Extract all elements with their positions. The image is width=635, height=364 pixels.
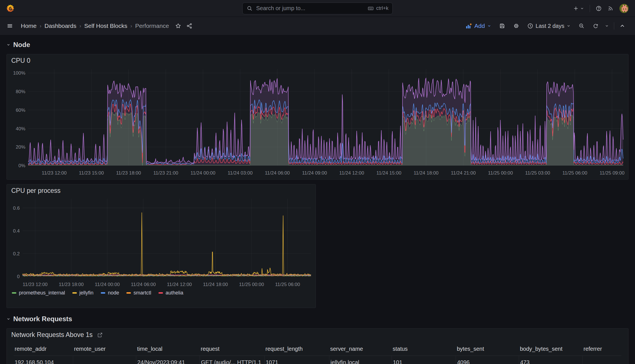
svg-text:11/25 00:00: 11/25 00:00 bbox=[239, 282, 264, 287]
panel-title-cpu0[interactable]: CPU 0 bbox=[7, 54, 628, 65]
table-header-cell[interactable]: server_name bbox=[329, 342, 392, 356]
svg-text:60%: 60% bbox=[16, 108, 25, 113]
svg-text:11/24 03:00: 11/24 03:00 bbox=[228, 170, 253, 176]
share-button[interactable] bbox=[186, 23, 193, 29]
svg-text:11/25 06:00: 11/25 06:00 bbox=[275, 282, 300, 287]
panel-title-cpu-per-process[interactable]: CPU per process bbox=[7, 184, 316, 195]
breadcrumb-self-host-blocks[interactable]: Self Host Blocks bbox=[84, 23, 127, 29]
avatar bbox=[619, 4, 629, 13]
keyboard-icon bbox=[368, 5, 374, 12]
refresh-icon bbox=[592, 23, 599, 29]
panel-title-network-requests[interactable]: Network Requests Above 1s bbox=[7, 329, 628, 340]
search-input[interactable] bbox=[256, 5, 365, 12]
legend-item[interactable]: node bbox=[101, 290, 119, 296]
svg-text:0.6: 0.6 bbox=[13, 206, 20, 211]
table-header-cell[interactable]: body_bytes_sent bbox=[519, 342, 582, 356]
settings-button[interactable] bbox=[510, 21, 522, 31]
chevron-down-icon bbox=[605, 24, 609, 28]
table-header-cell[interactable]: request_length bbox=[264, 342, 329, 356]
table-cell: 24/Nov/2023:09:41 bbox=[136, 356, 200, 364]
gear-icon bbox=[513, 23, 519, 29]
news-button[interactable] bbox=[607, 5, 614, 12]
external-link-icon[interactable] bbox=[97, 332, 103, 338]
refresh-button[interactable] bbox=[590, 21, 602, 31]
legend-item[interactable]: authelia bbox=[158, 290, 183, 296]
svg-text:11/23 18:00: 11/23 18:00 bbox=[116, 170, 141, 176]
dashboard-actions bbox=[175, 23, 193, 29]
legend-swatch bbox=[12, 292, 16, 294]
plus-icon bbox=[573, 5, 579, 12]
svg-text:11/24 21:00: 11/24 21:00 bbox=[451, 170, 476, 176]
legend-label: authelia bbox=[166, 290, 183, 296]
add-panel-icon bbox=[465, 23, 472, 29]
table-header-cell[interactable]: bytes_sent bbox=[456, 342, 519, 356]
breadcrumb-home[interactable]: Home bbox=[21, 23, 37, 29]
svg-text:11/24 12:00: 11/24 12:00 bbox=[167, 282, 192, 287]
legend-label: prometheus_internal bbox=[19, 290, 65, 296]
new-menu-button[interactable] bbox=[573, 5, 584, 12]
breadcrumb-separator: › bbox=[79, 23, 81, 29]
zoom-out-button[interactable] bbox=[576, 21, 587, 31]
profile-button[interactable] bbox=[619, 4, 629, 13]
svg-text:11/24 09:00: 11/24 09:00 bbox=[302, 170, 327, 176]
svg-text:11/24 15:00: 11/24 15:00 bbox=[376, 170, 401, 176]
grafana-logo[interactable] bbox=[6, 4, 15, 13]
svg-text:0%: 0% bbox=[18, 163, 25, 168]
section-title-network: Network Requests bbox=[13, 315, 72, 323]
add-label: Add bbox=[474, 23, 485, 29]
svg-text:0.4: 0.4 bbox=[13, 228, 20, 234]
table-header-cell[interactable]: remote_addr bbox=[14, 342, 73, 356]
breadcrumb-dashboards[interactable]: Dashboards bbox=[44, 23, 76, 29]
star-button[interactable] bbox=[175, 23, 181, 29]
svg-text:100%: 100% bbox=[13, 70, 25, 76]
save-button[interactable] bbox=[496, 21, 508, 31]
table-cell bbox=[582, 356, 621, 364]
svg-text:11/24 06:00: 11/24 06:00 bbox=[131, 282, 156, 287]
cpu-per-process-legend: prometheus_internaljellyfinnodesmartctla… bbox=[7, 289, 316, 297]
chevron-down-icon bbox=[567, 24, 571, 28]
network-requests-table: remote_addrremote_usertime_localrequestr… bbox=[14, 342, 621, 364]
table-header-cell[interactable]: status bbox=[392, 342, 456, 356]
time-range-label: Last 2 days bbox=[536, 23, 564, 29]
section-row-network[interactable]: Network Requests bbox=[6, 313, 629, 325]
svg-text:40%: 40% bbox=[16, 126, 25, 131]
top-nav-right bbox=[573, 4, 629, 13]
svg-text:11/25 09:00: 11/25 09:00 bbox=[600, 170, 625, 176]
rss-icon bbox=[607, 5, 614, 12]
table-header-cell[interactable]: request bbox=[200, 342, 264, 356]
save-icon bbox=[499, 23, 505, 29]
refresh-interval-button[interactable] bbox=[602, 22, 612, 30]
legend-swatch bbox=[158, 292, 163, 294]
chevron-down-icon bbox=[6, 317, 10, 321]
svg-text:11/23 12:00: 11/23 12:00 bbox=[42, 170, 67, 176]
share-icon bbox=[186, 23, 193, 29]
table-body: 192.168.50.10424/Nov/2023:09:41GET /audi… bbox=[14, 356, 621, 364]
legend-label: smartctl bbox=[133, 290, 151, 296]
table-cell: jellyfin.local bbox=[329, 356, 392, 364]
legend-item[interactable]: prometheus_internal bbox=[12, 290, 65, 296]
svg-text:11/25 00:00: 11/25 00:00 bbox=[488, 170, 513, 176]
chevron-down-icon bbox=[6, 43, 10, 47]
add-button[interactable]: Add bbox=[462, 20, 494, 32]
legend-label: node bbox=[108, 290, 119, 296]
collapse-toolbar-button[interactable] bbox=[616, 21, 628, 31]
panel-cpu-per-process: CPU per process 00.20.40.611/23 12:0011/… bbox=[6, 184, 316, 308]
panel-title-text: CPU 0 bbox=[11, 57, 30, 64]
section-row-node[interactable]: Node bbox=[6, 39, 629, 51]
table-header-row: remote_addrremote_usertime_localrequestr… bbox=[14, 342, 621, 356]
menu-button[interactable] bbox=[7, 23, 13, 29]
breadcrumb: Home › Dashboards › Self Host Blocks › P… bbox=[21, 23, 169, 29]
legend-item[interactable]: jellyfin bbox=[72, 290, 93, 296]
table-header-cell[interactable]: time_local bbox=[136, 342, 200, 356]
legend-item[interactable]: smartctl bbox=[126, 290, 151, 296]
table-header-cell[interactable]: remote_user bbox=[73, 342, 136, 356]
chevron-up-icon bbox=[619, 23, 625, 29]
svg-text:11/24 12:00: 11/24 12:00 bbox=[339, 170, 364, 176]
clock-icon bbox=[527, 23, 533, 29]
table-header-cell[interactable]: referrer bbox=[582, 342, 621, 356]
search-box: ctrl+k bbox=[242, 3, 393, 14]
time-range-picker[interactable]: Last 2 days bbox=[524, 21, 573, 32]
section-title-node: Node bbox=[13, 41, 30, 49]
svg-text:80%: 80% bbox=[16, 89, 25, 94]
help-button[interactable] bbox=[596, 5, 602, 12]
